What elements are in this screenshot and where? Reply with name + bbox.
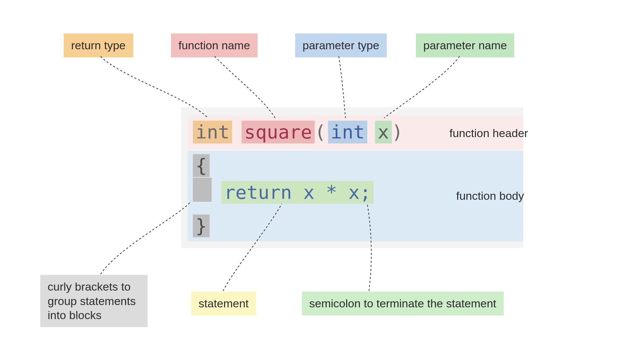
token-statement: return x * x; [221,181,374,204]
label-statement: statement [191,292,256,315]
label-function-header: function header [449,127,528,140]
token-brace-open: { [193,154,210,177]
label-parameter-type: parameter type [295,34,387,57]
token-parameter-name: x [375,121,392,143]
label-curly-brackets: curly brackets to group statements into … [40,275,148,327]
token-return-type: int [193,121,232,143]
token-indent-shade [193,178,212,202]
label-semicolon: semicolon to terminate the statement [302,292,504,315]
label-parameter-name: parameter name [416,34,514,57]
token-parameter-type: int [328,121,367,143]
token-paren-open: ( [315,121,326,143]
token-paren-close: ) [392,121,403,143]
label-function-name: function name [171,34,258,57]
diagram-stage: return type function name parameter type… [0,0,644,362]
label-return-type: return type [64,34,133,57]
token-brace-close: } [193,215,210,237]
label-function-body: function body [456,189,524,202]
token-function-name: square [241,121,315,143]
